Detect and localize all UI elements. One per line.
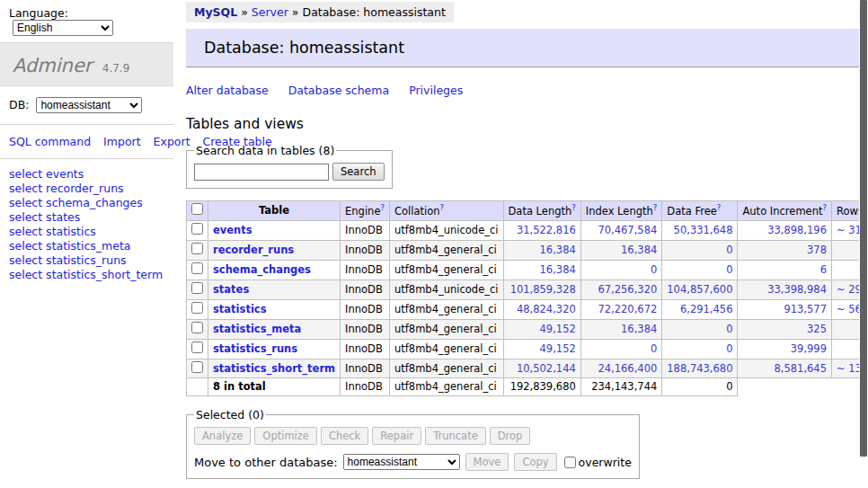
action-link-privileges[interactable]: Privileges [409, 84, 463, 97]
check-button[interactable]: Check [321, 427, 368, 445]
optimize-button[interactable]: Optimize [254, 427, 317, 445]
value-link[interactable]: 70,467,584 [598, 224, 657, 236]
value-link[interactable]: 16,384 [540, 244, 576, 256]
row-checkbox[interactable] [191, 302, 203, 314]
move-db-select[interactable]: homeassistant [343, 454, 460, 470]
sidebar-item-select-states: select states [9, 210, 173, 225]
value-link[interactable]: 31,522,816 [517, 224, 576, 236]
table-name-link[interactable]: statistics_meta [213, 323, 301, 335]
row-checkbox[interactable] [191, 342, 203, 353]
select-table-link[interactable]: select statistics_meta [9, 239, 131, 253]
value-link[interactable]: 8,581,645 [774, 362, 827, 375]
select-table-link[interactable]: select statistics_runs [9, 253, 127, 267]
table-name-link[interactable]: schema_changes [213, 263, 311, 276]
row-checkbox[interactable] [191, 282, 203, 294]
value-link[interactable]: 10,502,144 [517, 362, 576, 375]
column-header-engine: Engine? [341, 201, 390, 221]
cell-engine: InnoDB [341, 220, 390, 240]
row-checkbox[interactable] [191, 243, 203, 254]
value-link[interactable]: 33,398,984 [767, 283, 827, 296]
value-link[interactable]: 0 [726, 263, 732, 276]
help-link[interactable]: ? [717, 203, 722, 212]
table-name-link[interactable]: statistics [213, 303, 267, 315]
sidebar-item-select-recorder-runs: select recorder_runs [9, 182, 173, 196]
value-link[interactable]: 16,384 [621, 323, 657, 335]
column-header-index-length: Index Length? [580, 201, 662, 221]
scrollbar-thumb[interactable] [860, 0, 867, 457]
select-table-link[interactable]: select schema_changes [9, 196, 143, 209]
truncate-button[interactable]: Truncate [425, 427, 486, 445]
row-checkbox[interactable] [191, 322, 203, 333]
column-help: ? [380, 203, 385, 212]
value-link[interactable]: 6,291,456 [680, 303, 733, 315]
row-checkbox[interactable] [191, 361, 203, 373]
action-link-alter-database[interactable]: Alter database [186, 84, 269, 97]
db-select[interactable]: homeassistant [36, 97, 142, 113]
value-link[interactable]: 72,220,672 [598, 303, 657, 315]
analyze-button[interactable]: Analyze [194, 427, 251, 445]
value-link[interactable]: 16,384 [540, 263, 576, 276]
select-table-link[interactable]: select events [9, 167, 84, 181]
cell-auto-increment: 33,398,984 [738, 279, 832, 299]
sidebar-link-sql-command[interactable]: SQL command [9, 135, 91, 148]
cell-data-length: 48,824,320 [503, 299, 580, 319]
breadcrumb-server-link[interactable]: Server [252, 5, 288, 19]
breadcrumb: MySQL»Server»Database: homeassistant [186, 2, 454, 22]
row-checkbox[interactable] [191, 262, 203, 274]
help-link[interactable]: ? [440, 203, 445, 212]
value-link[interactable]: 0 [726, 244, 732, 256]
copy-button[interactable]: Copy [514, 453, 556, 471]
select-table-link[interactable]: select states [9, 210, 80, 224]
total-cell: InnoDB [341, 378, 390, 396]
table-name-link[interactable]: statistics_short_term [213, 362, 335, 375]
drop-button[interactable]: Drop [490, 427, 531, 445]
search-button[interactable]: Search [332, 163, 385, 181]
cell-engine: InnoDB [341, 240, 390, 260]
value-link[interactable]: 0 [726, 342, 732, 355]
value-link[interactable]: 16,384 [621, 244, 657, 256]
value-link[interactable]: 50,331,648 [674, 224, 733, 236]
repair-button[interactable]: Repair [372, 427, 421, 445]
value-link[interactable]: 24,166,400 [598, 362, 657, 375]
select-all-checkbox[interactable] [191, 203, 203, 215]
search-input[interactable] [194, 164, 329, 181]
value-link[interactable]: 0 [726, 323, 732, 335]
value-link[interactable]: 0 [651, 263, 657, 276]
value-link[interactable]: 6 [820, 263, 827, 276]
value-link[interactable]: 49,152 [540, 342, 576, 355]
cell-table: events [208, 220, 341, 240]
language-select[interactable]: English [13, 20, 113, 36]
table-name-link[interactable]: statistics_runs [213, 342, 297, 355]
help-link[interactable]: ? [653, 203, 658, 212]
overwrite-checkbox[interactable] [564, 457, 576, 468]
table-row: statistics_short_termInnoDButf8mb4_gener… [187, 359, 868, 378]
value-link[interactable]: 913,577 [784, 303, 827, 315]
move-button[interactable]: Move [465, 453, 509, 471]
value-link[interactable]: 49,152 [540, 323, 576, 335]
help-link[interactable]: ? [380, 203, 385, 212]
value-link[interactable]: 48,824,320 [517, 303, 576, 315]
action-link-database-schema[interactable]: Database schema [288, 84, 389, 97]
table-name-link[interactable]: recorder_runs [213, 244, 294, 256]
row-checkbox[interactable] [191, 223, 203, 235]
select-table-link[interactable]: select statistics [9, 225, 96, 238]
table-name-link[interactable]: states [213, 283, 249, 296]
value-link[interactable]: 188,743,680 [667, 362, 732, 375]
value-link[interactable]: 325 [807, 323, 827, 335]
help-link[interactable]: ? [822, 203, 827, 212]
help-link[interactable]: ? [571, 203, 576, 212]
value-link[interactable]: 67,256,320 [598, 283, 657, 296]
select-table-link[interactable]: select statistics_short_term [9, 268, 163, 281]
value-link[interactable]: 104,857,600 [667, 283, 732, 296]
value-link[interactable]: 39,999 [791, 342, 827, 355]
value-link[interactable]: 378 [807, 244, 827, 256]
value-link[interactable]: 0 [651, 342, 657, 355]
vertical-scrollbar[interactable] [859, 0, 868, 488]
value-link[interactable]: 101,859,328 [510, 283, 576, 296]
cell-data-length: 10,502,144 [503, 359, 580, 378]
breadcrumb-mysql-link[interactable]: MySQL [194, 5, 237, 19]
value-link[interactable]: 33,898,196 [767, 224, 827, 236]
select-table-link[interactable]: select recorder_runs [9, 182, 124, 195]
sidebar-link-import[interactable]: Import [103, 135, 141, 148]
table-name-link[interactable]: events [213, 224, 252, 236]
